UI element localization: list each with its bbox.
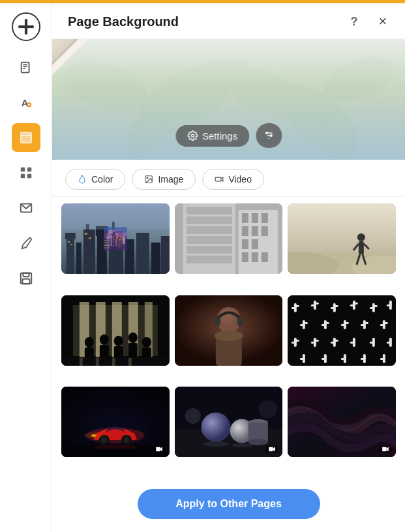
video-small-icon-3 xyxy=(382,447,389,452)
svg-rect-110 xyxy=(214,317,220,326)
svg-rect-13 xyxy=(22,279,29,284)
svg-rect-58 xyxy=(186,226,232,234)
sidebar-item-mail[interactable] xyxy=(12,194,40,222)
svg-point-177 xyxy=(124,437,129,443)
panel-title: Page Background xyxy=(68,14,179,29)
svg-marker-182 xyxy=(160,447,162,451)
svg-rect-9 xyxy=(27,174,31,178)
svg-rect-50 xyxy=(89,237,91,239)
svg-rect-145 xyxy=(380,324,384,326)
close-button[interactable]: × xyxy=(374,12,392,31)
svg-rect-133 xyxy=(300,324,304,326)
sidebar-item-save[interactable] xyxy=(12,264,40,293)
svg-point-193 xyxy=(231,443,252,447)
grid-icon xyxy=(19,166,33,180)
preview-area: Settings xyxy=(52,39,405,160)
video-icon xyxy=(215,175,224,184)
sidebar-add-button[interactable] xyxy=(12,12,40,41)
svg-rect-66 xyxy=(241,226,248,236)
video-small-icon-2 xyxy=(269,447,275,452)
help-button[interactable]: ? xyxy=(345,12,363,31)
svg-rect-45 xyxy=(151,243,160,274)
svg-point-28 xyxy=(265,132,267,134)
svg-rect-68 xyxy=(261,226,267,236)
svg-point-195 xyxy=(258,400,277,419)
sidebar-item-pages[interactable] xyxy=(12,53,40,81)
grid-item-abstract[interactable] xyxy=(288,387,396,457)
svg-rect-67 xyxy=(251,226,258,236)
filter-button[interactable] xyxy=(256,123,282,148)
settings-label: Settings xyxy=(202,130,237,141)
grid-item-items[interactable] xyxy=(175,387,283,457)
svg-point-180 xyxy=(84,432,104,439)
svg-point-191 xyxy=(248,439,267,445)
gear-icon xyxy=(187,130,198,141)
svg-point-99 xyxy=(142,337,151,347)
grid-item-car[interactable] xyxy=(61,387,170,457)
svg-rect-120 xyxy=(315,303,319,304)
grid-item-desert[interactable] xyxy=(288,203,396,274)
svg-point-91 xyxy=(85,337,94,347)
background-icon xyxy=(19,130,33,145)
panel-header: Page Background ? × xyxy=(52,3,405,39)
tab-color[interactable]: Color xyxy=(65,169,125,190)
grid-item-cactus[interactable] xyxy=(288,295,396,366)
svg-point-78 xyxy=(357,233,365,241)
svg-rect-39 xyxy=(97,236,107,274)
svg-rect-125 xyxy=(350,304,354,306)
svg-point-31 xyxy=(147,177,149,179)
svg-rect-60 xyxy=(186,246,232,254)
grid-item-silhouette[interactable] xyxy=(61,295,170,366)
svg-rect-53 xyxy=(61,203,170,229)
svg-rect-12 xyxy=(23,273,29,277)
tab-image[interactable]: Image xyxy=(132,169,196,190)
svg-rect-140 xyxy=(345,322,349,324)
svg-rect-152 xyxy=(315,340,319,342)
sidebar-item-text[interactable]: A xyxy=(12,88,40,117)
grid-item-person[interactable] xyxy=(175,295,283,366)
svg-rect-8 xyxy=(20,174,24,178)
svg-rect-61 xyxy=(186,256,232,263)
sidebar-item-grid[interactable] xyxy=(12,158,40,187)
svg-rect-71 xyxy=(241,252,248,262)
sidebar-item-background[interactable] xyxy=(12,123,40,152)
svg-rect-70 xyxy=(251,239,258,249)
svg-rect-69 xyxy=(241,239,248,249)
tab-image-label: Image xyxy=(158,174,183,185)
save-icon xyxy=(19,271,33,286)
svg-point-93 xyxy=(100,334,109,345)
svg-rect-129 xyxy=(374,305,378,307)
tab-video[interactable]: Video xyxy=(202,169,264,190)
video-small-icon xyxy=(156,447,162,452)
svg-rect-126 xyxy=(354,303,358,304)
svg-rect-167 xyxy=(341,358,345,360)
svg-rect-32 xyxy=(216,177,222,181)
svg-rect-72 xyxy=(251,252,258,262)
svg-point-24 xyxy=(191,134,194,137)
svg-rect-2 xyxy=(21,63,29,73)
settings-button[interactable]: Settings xyxy=(175,125,249,147)
svg-rect-105 xyxy=(128,358,132,366)
svg-rect-103 xyxy=(96,358,99,366)
image-grid xyxy=(52,197,405,480)
apply-to-other-pages-button[interactable]: Apply to Other Pages xyxy=(138,489,320,519)
svg-rect-65 xyxy=(261,213,267,223)
main-panel: Page Background ? × xyxy=(52,3,405,532)
svg-rect-117 xyxy=(295,305,299,307)
sidebar-item-pen[interactable] xyxy=(12,229,40,258)
svg-rect-136 xyxy=(322,324,325,326)
svg-rect-123 xyxy=(335,305,338,307)
grid-item-city[interactable] xyxy=(61,203,170,274)
svg-rect-199 xyxy=(382,447,386,451)
svg-point-194 xyxy=(185,408,200,424)
svg-rect-131 xyxy=(387,304,391,306)
svg-point-175 xyxy=(102,437,107,443)
sidebar: A xyxy=(0,3,52,532)
svg-rect-159 xyxy=(370,342,374,344)
svg-rect-59 xyxy=(186,236,232,244)
grid-item-building[interactable] xyxy=(175,203,283,274)
svg-rect-143 xyxy=(365,322,368,324)
svg-rect-171 xyxy=(380,358,384,360)
svg-rect-5 xyxy=(20,132,31,143)
svg-rect-63 xyxy=(241,213,248,223)
